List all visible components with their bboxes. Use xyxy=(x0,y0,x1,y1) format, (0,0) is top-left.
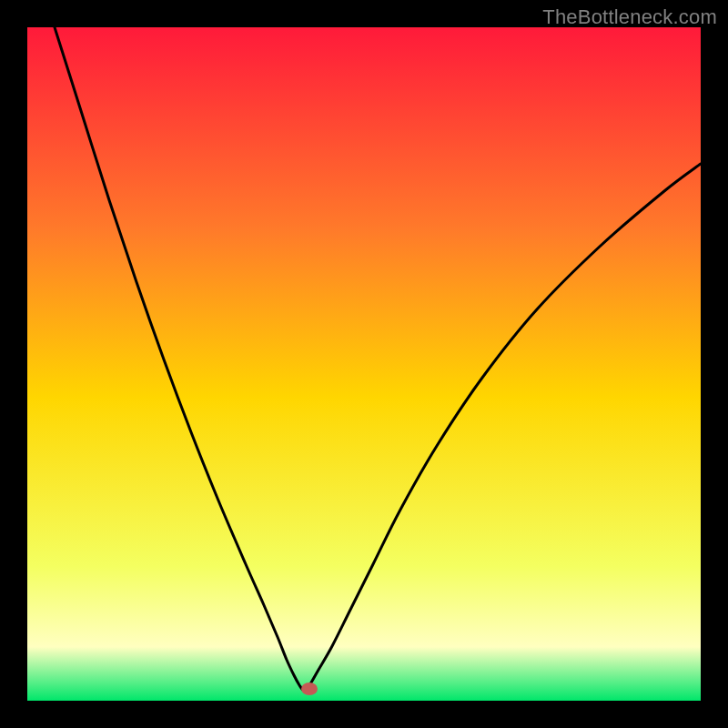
chart-frame: TheBottleneck.com xyxy=(0,0,728,728)
plot-area xyxy=(27,27,701,701)
bottleneck-chart xyxy=(27,27,701,701)
optimum-marker xyxy=(301,682,318,695)
gradient-background xyxy=(27,27,701,701)
watermark-text: TheBottleneck.com xyxy=(542,5,717,29)
